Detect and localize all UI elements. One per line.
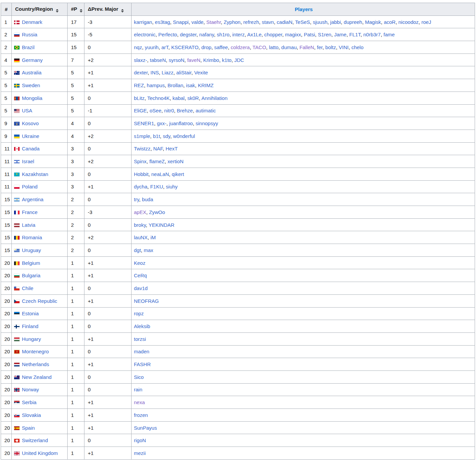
player-link[interactable]: dumau [281, 44, 297, 50]
country-link[interactable]: Romania [22, 235, 42, 240]
player-link[interactable]: s1mple [134, 133, 150, 139]
player-link[interactable]: isak [186, 82, 195, 88]
player-link[interactable]: dexter [134, 70, 148, 75]
country-link[interactable]: Czech Republic [22, 298, 57, 304]
player-link[interactable]: gxx- [157, 120, 166, 126]
player-link[interactable]: Patsi [304, 32, 315, 37]
player-link[interactable]: mezii [134, 450, 146, 456]
player-link[interactable]: refrezh [243, 19, 259, 25]
player-link[interactable]: Ax1Le [247, 32, 262, 37]
country-link[interactable]: United Kingdom [22, 450, 58, 456]
player-link[interactable]: Brollan [168, 82, 183, 88]
player-link[interactable]: ZywOo [149, 209, 165, 215]
player-link[interactable]: NAF [153, 146, 163, 151]
sort-icon[interactable] [121, 9, 124, 12]
player-link[interactable]: INS [150, 70, 159, 75]
player-link[interactable]: w0nderful [173, 133, 195, 139]
player-link[interactable]: EliGE [134, 108, 147, 113]
player-link[interactable]: sinnopsyy [195, 120, 218, 126]
player-link[interactable]: KSCERATO [171, 44, 198, 50]
country-link[interactable]: France [22, 209, 38, 215]
player-link[interactable]: VINI [339, 44, 349, 50]
player-link[interactable]: Brehze [177, 108, 193, 113]
player-link[interactable]: aliStair [176, 70, 191, 75]
player-link[interactable]: Zyphon [224, 19, 241, 25]
player-link[interactable]: stavn [262, 19, 274, 25]
player-link[interactable]: hampus [147, 82, 164, 88]
player-link[interactable]: n0rb3r7 [363, 32, 381, 37]
player-link[interactable]: karrigan [134, 19, 152, 25]
player-link[interactable]: oSee [150, 108, 161, 113]
player-link[interactable]: FalleN [299, 44, 314, 50]
player-link[interactable]: Keoz [134, 260, 145, 266]
player-link[interactable]: buda [142, 197, 153, 202]
player-link[interactable]: rain [134, 387, 142, 392]
country-link[interactable]: Australia [22, 70, 41, 75]
player-link[interactable]: degster [180, 32, 196, 37]
player-link[interactable]: Staehr [206, 19, 221, 25]
player-link[interactable]: electronic [134, 32, 155, 37]
player-link[interactable]: iM [150, 235, 156, 240]
column-header-country[interactable]: Country/Region [12, 3, 68, 16]
country-link[interactable]: Brazil [22, 44, 35, 50]
player-link[interactable]: neaLaN [151, 171, 169, 177]
player-link[interactable]: F1KU [150, 184, 163, 189]
player-link[interactable]: Jame [334, 32, 346, 37]
player-link[interactable]: Liazz [162, 70, 174, 75]
player-link[interactable]: Annihilation [202, 95, 228, 101]
player-link[interactable]: boltz [325, 44, 336, 50]
country-link[interactable]: Belgium [22, 260, 40, 266]
player-link[interactable]: chelo [352, 44, 364, 50]
country-link[interactable]: Kosovo [22, 120, 39, 126]
player-link[interactable]: FASHR [134, 361, 151, 367]
sort-icon[interactable] [80, 9, 82, 12]
country-link[interactable]: Denmark [22, 19, 42, 25]
sort-icon[interactable] [56, 9, 59, 12]
player-link[interactable]: KRIMZ [198, 82, 214, 88]
country-link[interactable]: Netherlands [22, 361, 49, 367]
player-link[interactable]: arT [161, 44, 169, 50]
country-link[interactable]: Mongolia [22, 95, 42, 101]
player-link[interactable]: juanflatroo [169, 120, 193, 126]
player-link[interactable]: dav1d [134, 285, 148, 291]
player-link[interactable]: flameZ [149, 158, 165, 164]
country-link[interactable]: Sweden [22, 82, 40, 88]
player-link[interactable]: nafany [199, 32, 214, 37]
player-link[interactable]: JDC [234, 57, 244, 63]
player-link[interactable]: broky [134, 222, 146, 228]
player-link[interactable]: Aleksib [134, 323, 150, 329]
player-link[interactable]: Perfecto [158, 32, 177, 37]
player-link[interactable]: magixx [285, 32, 301, 37]
player-link[interactable]: b1t [153, 133, 160, 139]
player-link[interactable]: drop [201, 44, 211, 50]
player-link[interactable]: Hobbit [134, 171, 148, 177]
country-link[interactable]: Latvia [22, 222, 35, 228]
country-link[interactable]: Germany [22, 57, 43, 63]
player-link[interactable]: dgt [134, 247, 141, 253]
player-link[interactable]: nexa [134, 399, 145, 405]
player-link[interactable]: torzsi [134, 336, 146, 342]
country-link[interactable]: Slovakia [22, 412, 41, 418]
player-link[interactable]: kabal [173, 95, 185, 101]
player-link[interactable]: saffee [214, 44, 228, 50]
country-link[interactable]: Poland [22, 184, 38, 189]
player-link[interactable]: Magisk [365, 19, 381, 25]
player-link[interactable]: tabseN [150, 57, 166, 63]
player-link[interactable]: Krimbo [203, 57, 219, 63]
player-link[interactable]: xertioN [168, 158, 184, 164]
player-link[interactable]: es3tag [155, 19, 170, 25]
player-link[interactable]: SENER1 [134, 120, 154, 126]
player-link[interactable]: try [134, 197, 139, 202]
player-link[interactable]: sdy [163, 133, 170, 139]
player-link[interactable]: coldzera [231, 44, 250, 50]
player-link[interactable]: TACO [253, 44, 266, 50]
player-link[interactable]: lauNX [134, 235, 148, 240]
player-link[interactable]: NEOFRAG [134, 298, 159, 304]
player-link[interactable]: qikert [172, 171, 184, 177]
country-link[interactable]: USA [22, 108, 32, 113]
player-link[interactable]: slaxz- [134, 57, 147, 63]
player-link[interactable]: bLitz [134, 95, 145, 101]
player-link[interactable]: CeRq [134, 273, 147, 278]
player-link[interactable]: S1ren [318, 32, 331, 37]
player-link[interactable]: sh1ro [217, 32, 230, 37]
